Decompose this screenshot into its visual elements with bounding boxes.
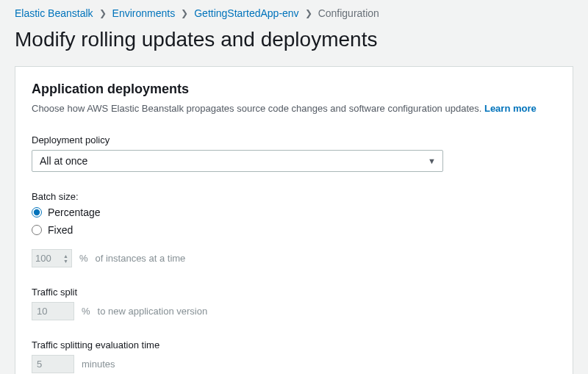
batch-size-radio-fixed[interactable]: [32, 225, 42, 235]
traffic-eval-suffix: minutes: [82, 359, 115, 370]
deployment-policy-label: Deployment policy: [32, 134, 556, 145]
batch-size-input-wrap: ▲▼: [32, 249, 72, 267]
page-title: Modify rolling updates and deployments: [0, 19, 588, 66]
batch-size-unit: %: [79, 253, 88, 264]
panel-description-text: Choose how AWS Elastic Beanstalk propaga…: [32, 103, 484, 114]
panel-heading: Application deployments: [32, 82, 556, 97]
batch-size-label: Batch size:: [32, 191, 556, 202]
chevron-right-icon: ❯: [305, 8, 312, 18]
traffic-eval-input[interactable]: [32, 355, 74, 373]
learn-more-link[interactable]: Learn more: [484, 103, 537, 114]
batch-size-radio-percentage-label[interactable]: Percentage: [48, 206, 101, 218]
traffic-split-label: Traffic split: [32, 287, 556, 298]
batch-size-input[interactable]: [32, 250, 60, 267]
batch-size-radio-percentage[interactable]: [32, 207, 42, 217]
panel-description: Choose how AWS Elastic Beanstalk propaga…: [32, 103, 556, 114]
traffic-split-suffix: to new application version: [98, 306, 208, 317]
chevron-right-icon: ❯: [181, 8, 188, 18]
breadcrumb-current: Configuration: [318, 7, 379, 19]
breadcrumb-link-elastic-beanstalk[interactable]: Elastic Beanstalk: [15, 7, 93, 19]
breadcrumb: Elastic Beanstalk ❯ Environments ❯ Getti…: [0, 0, 588, 19]
breadcrumb-link-env-name[interactable]: GettingStartedApp-env: [194, 7, 298, 19]
traffic-eval-label: Traffic splitting evaluation time: [32, 339, 556, 350]
batch-size-radio-group: Percentage Fixed: [32, 206, 556, 236]
traffic-split-unit: %: [82, 306, 90, 317]
batch-size-radio-fixed-label[interactable]: Fixed: [48, 224, 73, 236]
stepper-arrows-icon: ▲▼: [60, 253, 71, 264]
breadcrumb-link-environments[interactable]: Environments: [112, 7, 176, 19]
batch-size-suffix: of instances at a time: [96, 253, 186, 264]
traffic-split-input[interactable]: [32, 302, 74, 320]
application-deployments-panel: Application deployments Choose how AWS E…: [15, 66, 573, 374]
chevron-right-icon: ❯: [99, 8, 107, 18]
deployment-policy-select[interactable]: All at once: [32, 150, 443, 172]
